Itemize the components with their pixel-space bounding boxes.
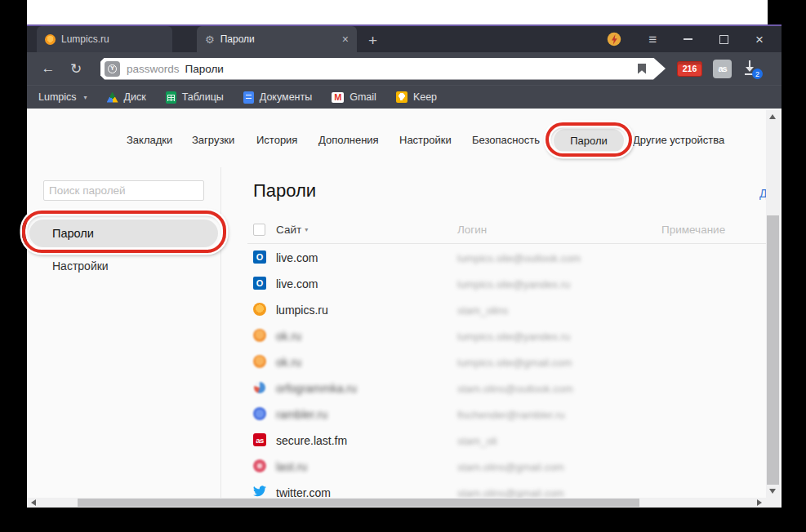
sidebar-divider [220, 167, 221, 508]
sort-caret-icon: ▾ [305, 226, 308, 233]
bookmark-sheets[interactable]: Таблицы [166, 91, 224, 104]
tab-other-devices[interactable]: Другие устройства [633, 134, 724, 146]
navigation-toolbar: ← ↻ Y passwords Пароли 216 as 2 [27, 52, 782, 85]
docs-icon [243, 91, 254, 104]
select-all-checkbox[interactable] [253, 224, 265, 236]
tab-addons[interactable]: Дополнения [318, 134, 379, 146]
tab-settings[interactable]: Настройки [399, 134, 452, 146]
pink-site-icon [253, 459, 266, 472]
back-icon[interactable]: ← [38, 60, 58, 77]
sidebar-item-passwords[interactable]: Пароли [29, 219, 218, 247]
gear-icon: ⚙ [205, 34, 215, 45]
search-passwords-input[interactable] [43, 180, 204, 201]
twitter-icon [253, 485, 266, 497]
keep-icon [396, 91, 407, 103]
chevron-down-icon: ▾ [84, 94, 87, 101]
tab-downloads[interactable]: Загрузки [192, 134, 234, 146]
vertical-scrollbar[interactable] [766, 110, 780, 498]
bookmarks-bar: Lumpics ▾ Диск Таблицы Документы M Gmail [27, 85, 782, 109]
close-tab-icon[interactable]: × [342, 33, 349, 45]
drive-icon [107, 92, 118, 103]
outlook-icon: O [253, 277, 266, 290]
screenshot-canvas: Lumpics.ru ⚙ Пароли × + ≡ × ← ↻ [0, 0, 806, 532]
maximize-icon[interactable] [719, 35, 728, 44]
lastfm-extension-icon[interactable]: as [713, 60, 732, 78]
passwords-table: O live.com lumpics.site@outlook.com O li… [247, 245, 766, 498]
browser-window: Lumpics.ru ⚙ Пароли × + ≡ × ← ↻ [27, 24, 782, 506]
address-query: passwords [127, 63, 180, 75]
column-header-login: Логин [457, 224, 487, 236]
bookmark-folder-lumpics[interactable]: Lumpics ▾ [38, 91, 87, 103]
horizontal-scrollbar-thumb[interactable] [78, 499, 639, 507]
table-row[interactable]: O live.com lumpics.site@yandex.ru [247, 271, 766, 297]
desktop-background [27, 0, 768, 25]
scrollbar-corner [766, 498, 780, 508]
downloads-button[interactable]: 2 [742, 60, 760, 78]
close-window-icon[interactable]: × [755, 33, 764, 47]
minimize-icon[interactable] [684, 38, 692, 40]
flash-icon[interactable] [607, 32, 621, 47]
table-row[interactable]: orfogrammka.ru stam.olins@outlook.com [247, 375, 766, 401]
scroll-right-icon[interactable] [757, 499, 762, 506]
blue-site-icon [253, 407, 266, 420]
table-row[interactable]: lumpics.ru stam_olins [247, 297, 766, 323]
scroll-left-icon[interactable] [31, 499, 36, 506]
vertical-scrollbar-thumb[interactable] [767, 215, 779, 485]
lumpics-icon [253, 303, 266, 316]
tab-bar: Lumpics.ru ⚙ Пароли × + ≡ × [27, 26, 782, 52]
bookmark-keep[interactable]: Keep [396, 91, 437, 103]
lastfm-icon: as [253, 433, 266, 446]
settings-page: Закладки Загрузки История Дополнения Нас… [27, 110, 782, 508]
titlebar-controls: ≡ × [607, 26, 782, 52]
reload-icon[interactable]: ↻ [66, 60, 86, 78]
gmail-icon: M [332, 92, 344, 103]
tab-title: Lumpics.ru [61, 33, 164, 45]
orange-site-icon [45, 34, 56, 45]
orange-site-icon [253, 329, 266, 342]
scroll-down-icon[interactable] [769, 489, 776, 494]
pie-site-icon [254, 382, 265, 393]
yandex-badge-icon: Y [105, 61, 120, 77]
tab-bookmarks[interactable]: Закладки [127, 134, 172, 146]
extension-badges: 216 as 2 [677, 60, 760, 78]
bookmark-flag-icon[interactable] [638, 64, 646, 74]
bookmark-disk[interactable]: Диск [107, 91, 146, 103]
menu-icon[interactable]: ≡ [648, 33, 657, 47]
table-row[interactable]: O live.com lumpics.site@outlook.com [247, 245, 766, 271]
orange-site-icon [253, 355, 266, 368]
address-bar[interactable]: Y passwords Пароли [100, 58, 666, 80]
table-row[interactable]: ok.ru lumpics.site@yandex.ru [247, 323, 766, 349]
bookmark-gmail[interactable]: M Gmail [332, 91, 376, 103]
column-header-note: Примечание [661, 224, 725, 236]
table-row[interactable]: last.ru stam.olins@gmail.com [247, 454, 766, 480]
tab-passwords-active[interactable]: Пароли [554, 129, 624, 153]
horizontal-scrollbar[interactable] [27, 498, 766, 508]
table-row[interactable]: ok.ru lumpics.site@gmail.com [247, 349, 766, 375]
bookmark-docs[interactable]: Документы [243, 91, 312, 104]
tab-passwords[interactable]: ⚙ Пароли × [197, 26, 357, 52]
tab-title: Пароли [220, 33, 336, 45]
sheets-icon [166, 91, 176, 104]
table-row[interactable]: as secure.last.fm stam_oli [247, 428, 766, 454]
sidebar-item-settings[interactable]: Настройки [52, 259, 109, 273]
outlook-icon: O [253, 250, 266, 264]
table-row[interactable]: twitter.com stam.olins@gmail.com [247, 480, 766, 498]
scroll-up-icon[interactable] [769, 114, 776, 119]
table-divider [247, 243, 766, 244]
new-tab-button[interactable]: + [368, 33, 377, 48]
tab-lumpics[interactable]: Lumpics.ru [37, 26, 172, 52]
mail-counter-badge[interactable]: 216 [677, 61, 702, 77]
tab-history[interactable]: История [256, 134, 297, 146]
address-title: Пароли [185, 63, 224, 75]
page-title: Пароли [253, 180, 316, 202]
tab-security[interactable]: Безопасность [472, 134, 540, 146]
download-count-badge: 2 [752, 69, 763, 79]
table-row[interactable]: rambler.ru fischender@rambler.ru [247, 401, 766, 428]
column-header-site[interactable]: Сайт▾ [276, 224, 308, 236]
